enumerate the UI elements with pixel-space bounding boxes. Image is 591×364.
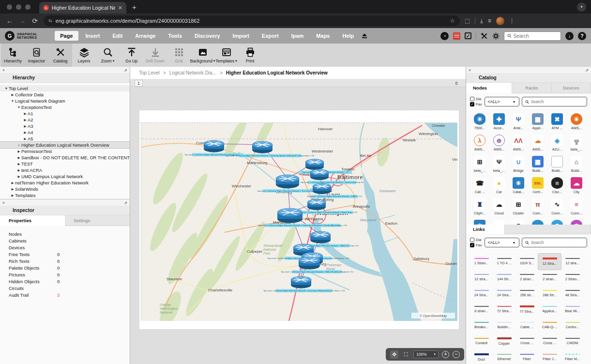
breadcrumb-item[interactable]: Top Level — [139, 70, 160, 76]
menu-page[interactable]: Page — [55, 31, 78, 41]
expand-icon[interactable]: ⇗ — [585, 68, 589, 73]
catalog-node-item[interactable]: ≡Cisc... — [547, 176, 567, 197]
tools-icon[interactable] — [481, 32, 488, 40]
breadcrumb-item[interactable]: Logical Network Dia... — [169, 70, 216, 76]
catalog-link-item[interactable]: 12 Stra... — [538, 254, 561, 270]
selected-dot-icon[interactable]: • — [16, 143, 21, 147]
settings-gear-icon[interactable] — [492, 32, 500, 40]
links-type-select[interactable]: <ALL>▼ — [485, 238, 519, 247]
catalog-link-item[interactable]: 6 stran... — [470, 302, 493, 318]
catalog-node-item[interactable]: Build... — [547, 154, 567, 176]
expand-icon[interactable]: ▶ — [10, 93, 15, 97]
inspector-row[interactable]: Circuits — [9, 285, 130, 292]
inspector-row[interactable]: Palette Objects0 — [9, 265, 130, 272]
menu-help[interactable]: Help — [337, 31, 359, 41]
catalog-node-item[interactable]: ☎Call ... — [470, 176, 489, 197]
tree-item[interactable]: ▼Top Level — [0, 85, 130, 91]
tree-item[interactable]: ▶SolarWinds — [0, 186, 130, 192]
download-user-icon[interactable]: ↓ — [565, 32, 574, 40]
catalog-link-item[interactable]: Blue Mi... — [561, 302, 584, 318]
toolbar-catalog[interactable]: Catalog — [48, 44, 72, 67]
bookmark-star-icon[interactable]: ☆ — [450, 17, 455, 24]
fav-checkbox[interactable]: ✓ — [470, 102, 474, 106]
tree-item[interactable]: ▶A3 — [0, 123, 130, 129]
catalog-node-item[interactable]: Ψbeta_... — [489, 154, 509, 176]
search-input[interactable] — [514, 33, 558, 39]
toolbar-print[interactable]: Print — [238, 44, 262, 67]
menu-arrange[interactable]: Arrange — [130, 31, 161, 41]
catalog-node-item[interactable]: λAWS... — [470, 133, 489, 154]
catalog-link-item[interactable]: CWDM — [561, 334, 584, 349]
catalog-link-item[interactable]: Duct — [470, 349, 493, 364]
menu-export[interactable]: Export — [257, 31, 284, 41]
inspector-row[interactable]: Rich Texts0 — [9, 258, 130, 265]
catalog-node-item[interactable]: ●Car — [489, 176, 509, 197]
catalog-node-item[interactable]: ◍ — [547, 218, 567, 225]
collapse-icon[interactable]: ▼ — [10, 99, 15, 103]
expand-icon[interactable]: ▶ — [23, 112, 28, 116]
catalog-node-item[interactable]: ∿Conn... — [547, 197, 567, 218]
close-icon[interactable]: × — [2, 200, 5, 205]
menu-insert[interactable]: Insert — [80, 31, 106, 41]
expand-icon[interactable]: ▶ — [16, 162, 21, 166]
catalog-link-item[interactable]: Buildin... — [493, 318, 515, 334]
catalog-link-item[interactable]: Fiber — [515, 349, 538, 364]
forward-icon[interactable]: → — [18, 17, 26, 25]
close-icon[interactable]: × — [469, 68, 471, 73]
menu-tools[interactable]: Tools — [163, 31, 187, 41]
tab-overview-button[interactable]: ▾ — [577, 2, 586, 12]
expand-icon[interactable]: ▶ — [16, 175, 21, 179]
inspector-row[interactable]: Pictures0 — [9, 272, 130, 278]
tree-item[interactable]: ▼Logical Network Diagram — [0, 98, 130, 104]
reload-icon[interactable]: ⟳ — [31, 17, 39, 25]
catalog-node-item[interactable]: ⊞beta_... — [470, 154, 489, 176]
expand-icon[interactable]: ⇗ — [124, 68, 127, 73]
map[interactable]: HanoverChesterWilmingtonNewarkVinelaCumb… — [141, 123, 457, 321]
toolbar-hierarchy[interactable]: Hierarchy — [1, 44, 25, 67]
catalog-node-item[interactable]: ⌂Build... — [567, 154, 586, 176]
catalog-link-item[interactable]: 77 Stra... — [515, 302, 538, 318]
tasks-checkbox-icon[interactable]: ✓ — [465, 32, 471, 39]
traffic-light-zoom[interactable] — [25, 4, 30, 10]
menu-edit[interactable]: Edit — [107, 31, 128, 41]
expand-icon[interactable]: ▶ — [16, 156, 21, 160]
eject-icon[interactable] — [361, 33, 368, 39]
tab-settings[interactable]: Settings — [65, 215, 130, 226]
catalog-node-item[interactable]: ≡Conn... — [567, 197, 586, 218]
osm-attribution[interactable]: © OpenStreetMap — [420, 314, 447, 318]
catalog-node-item[interactable]: ♜CityH... — [470, 197, 489, 218]
catalog-node-item[interactable]: ☁Cloud — [489, 197, 509, 218]
catalog-node-item[interactable]: ▦Build... — [528, 154, 547, 176]
traffic-light-minimize[interactable] — [16, 4, 21, 10]
catalog-link-item[interactable]: 12 stra... — [470, 270, 493, 286]
extensions-icon[interactable]: ⬚ — [465, 17, 470, 24]
toolbar-zoom[interactable]: Zoom▾ — [96, 44, 120, 67]
catalog-node-item[interactable]: ☁AWS... — [528, 133, 547, 154]
tree-item[interactable]: ▶A5 — [0, 136, 130, 142]
traffic-light-close[interactable] — [7, 4, 12, 10]
tab-close-icon[interactable]: ✕ — [118, 5, 122, 11]
collapse-icon[interactable]: ▼ — [16, 106, 21, 109]
close-icon[interactable]: × — [2, 68, 5, 73]
catalog-node-item[interactable]: ✳ — [470, 218, 489, 225]
zoom-out-button[interactable]: − — [453, 351, 460, 358]
inspector-row[interactable]: Hidden Objects0 — [9, 278, 130, 285]
catalog-link-item[interactable]: Applica... — [538, 302, 561, 318]
menu-ipam[interactable]: Ipam — [286, 31, 309, 41]
tree-item[interactable]: ▶test ACRA — [0, 167, 130, 173]
catalog-node-item[interactable]: ✳Catal... — [509, 176, 528, 197]
tree-item[interactable]: ▶Templates — [0, 192, 130, 198]
profile-avatar[interactable] — [496, 17, 504, 25]
tab-properties[interactable]: Properties — [0, 215, 65, 226]
site-settings-icon[interactable]: ⇆ — [48, 18, 52, 23]
toolbar-templates[interactable]: Templates▾ — [214, 44, 238, 67]
kebab-menu-icon[interactable]: ⋮ — [509, 17, 515, 24]
catalog-node-item[interactable]: ✖ATM ... — [547, 112, 567, 133]
catalog-link-item[interactable]: Cross ... — [538, 334, 561, 349]
tab-nodes[interactable]: Nodes — [466, 83, 512, 93]
address-bar[interactable]: ⇆ eng.graphicalnetworks.com/demo/Diagram… — [44, 15, 460, 26]
tree-item[interactable]: ▶A4 — [0, 129, 130, 136]
app-search[interactable] — [504, 31, 561, 41]
inspector-row[interactable]: Cabinets — [9, 238, 130, 244]
toolbar-inspector[interactable]: Inspector — [25, 44, 48, 67]
